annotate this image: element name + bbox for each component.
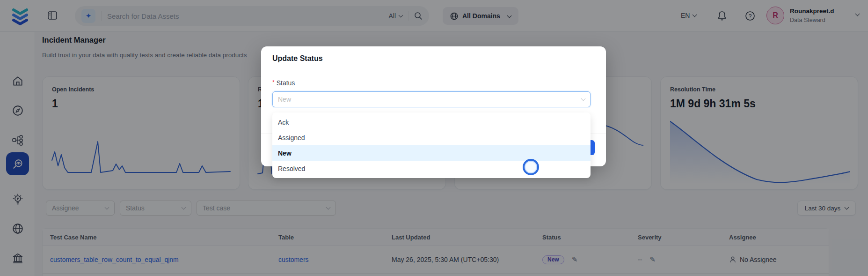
- chevron-down-icon: [581, 96, 586, 101]
- status-option-assigned[interactable]: Assigned: [272, 130, 591, 145]
- status-select-placeholder: New: [278, 96, 291, 103]
- chart-ring-marker: [523, 159, 539, 175]
- required-asterisk: *: [272, 79, 275, 86]
- modal-title: Update Status: [261, 46, 606, 71]
- status-option-resolved[interactable]: Resolved: [272, 161, 591, 176]
- status-select[interactable]: New: [272, 91, 591, 107]
- status-option-ack[interactable]: Ack: [272, 114, 591, 130]
- status-field-label: *Status: [272, 79, 295, 87]
- status-option-new-selected[interactable]: New: [272, 145, 591, 161]
- status-dropdown-menu: Ack Assigned New Resolved: [272, 112, 591, 178]
